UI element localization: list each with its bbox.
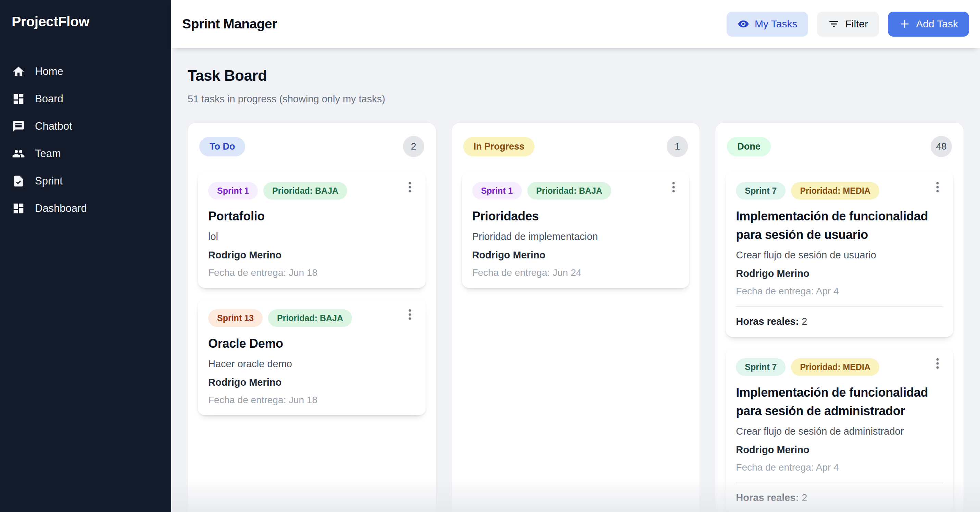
card-assignee: Rodrigo Merino: [736, 444, 943, 455]
task-card[interactable]: Sprint 7 Prioridad: MEDIA Implementación…: [725, 172, 953, 337]
card-badges: Sprint 7 Prioridad: MEDIA: [736, 182, 943, 200]
card-assignee: Rodrigo Merino: [472, 249, 679, 261]
page-title: Sprint Manager: [182, 16, 277, 32]
task-card[interactable]: Sprint 13 Prioridad: BAJA Oracle Demo Ha…: [198, 300, 426, 415]
column-todo: To Do 2 Sprint 1 Prioridad: BAJA: [188, 123, 436, 512]
card-hours: Horas reales: 2: [736, 316, 943, 327]
sidebar-item-label: Dashboard: [35, 202, 87, 215]
sidebar-item-chatbot[interactable]: Chatbot: [12, 113, 159, 140]
add-task-label: Add Task: [916, 18, 958, 30]
card-title: Implementación de funcionalidad para ses…: [736, 383, 943, 420]
board-subtitle: 51 tasks in progress (showing only my ta…: [188, 94, 964, 105]
column-header: In Progress 1: [462, 133, 690, 157]
kebab-icon: [931, 357, 944, 370]
my-tasks-label: My Tasks: [755, 18, 797, 30]
sprint-badge: Sprint 7: [736, 182, 786, 200]
content-area: Sprint Manager My Tasks Filter: [171, 0, 980, 512]
sidebar-item-home[interactable]: Home: [12, 58, 159, 85]
card-assignee: Rodrigo Merino: [736, 268, 943, 279]
add-task-button[interactable]: Add Task: [888, 12, 969, 36]
task-card[interactable]: Sprint 1 Prioridad: BAJA Prioridades Pri…: [462, 172, 690, 288]
sidebar-item-label: Home: [35, 65, 64, 78]
sprint-badge: Sprint 1: [208, 182, 258, 200]
priority-badge: Prioridad: MEDIA: [791, 358, 879, 376]
kebab-icon: [403, 308, 417, 321]
filter-icon: [828, 18, 840, 30]
task-board: Task Board 51 tasks in progress (showing…: [171, 48, 980, 512]
card-badges: Sprint 13 Prioridad: BAJA: [208, 309, 415, 327]
column-status-pill: To Do: [199, 137, 245, 156]
card-description: Crear flujo de sesión de usuario: [736, 249, 943, 261]
eye-icon: [738, 18, 749, 30]
card-menu-button[interactable]: [402, 308, 418, 327]
sidebar-item-team[interactable]: Team: [12, 140, 159, 167]
card-divider: [736, 483, 943, 483]
priority-badge: Prioridad: MEDIA: [791, 182, 879, 200]
card-description: Hacer oracle demo: [208, 358, 415, 369]
column-status-pill: In Progress: [463, 137, 535, 156]
column-count-badge: 1: [667, 136, 688, 157]
card-list: Sprint 1 Prioridad: BAJA Portafolio lol: [198, 172, 426, 415]
task-card[interactable]: Sprint 7 Prioridad: MEDIA Implementación…: [725, 349, 953, 512]
card-menu-button[interactable]: [665, 181, 682, 200]
sprint-badge: Sprint 1: [472, 182, 522, 200]
card-due-date: Fecha de entrega: Jun 24: [472, 267, 679, 278]
card-due-date: Fecha de entrega: Apr 4: [736, 462, 943, 473]
chat-icon: [12, 119, 25, 133]
card-list: Sprint 7 Prioridad: MEDIA Implementación…: [725, 172, 953, 512]
card-title: Portafolio: [208, 207, 415, 225]
board-title: Task Board: [188, 67, 964, 84]
filter-label: Filter: [845, 18, 868, 30]
card-due-date: Fecha de entrega: Jun 18: [208, 395, 415, 406]
card-badges: Sprint 1 Prioridad: BAJA: [472, 182, 679, 200]
card-badges: Sprint 1 Prioridad: BAJA: [208, 182, 415, 200]
app-root: ProjectFlow Home Board Chatbot: [0, 0, 980, 512]
column-in-progress: In Progress 1 Sprint 1 Prioridad: BAJA: [452, 123, 700, 512]
column-done: Done 48 Sprint 7 Prioridad: MEDIA: [715, 123, 964, 512]
sidebar-item-label: Chatbot: [35, 120, 72, 132]
team-icon: [12, 147, 25, 160]
card-divider: [736, 306, 943, 307]
sidebar-item-sprint[interactable]: Sprint: [12, 167, 159, 195]
sidebar-item-label: Team: [35, 147, 61, 160]
kebab-icon: [931, 181, 944, 194]
dashboard-icon: [12, 201, 25, 215]
sidebar-item-label: Board: [35, 93, 64, 105]
home-icon: [12, 65, 25, 78]
card-menu-button[interactable]: [402, 181, 418, 200]
app-logo: ProjectFlow: [12, 14, 159, 30]
priority-badge: Prioridad: BAJA: [527, 182, 611, 200]
column-count-badge: 48: [931, 136, 952, 157]
card-title: Prioridades: [472, 207, 679, 225]
kebab-icon: [667, 181, 680, 194]
card-description: Prioridad de implementacion: [472, 231, 679, 242]
board-icon: [12, 92, 25, 106]
card-due-date: Fecha de entrega: Apr 4: [736, 286, 943, 297]
sprint-icon: [12, 174, 25, 188]
my-tasks-button[interactable]: My Tasks: [727, 12, 808, 36]
sprint-badge: Sprint 7: [736, 358, 786, 376]
card-title: Implementación de funcionalidad para ses…: [736, 207, 943, 244]
sidebar-item-label: Sprint: [35, 175, 63, 187]
card-list: Sprint 1 Prioridad: BAJA Prioridades Pri…: [462, 172, 690, 288]
card-menu-button[interactable]: [929, 181, 946, 200]
column-header: To Do 2: [198, 133, 426, 157]
card-due-date: Fecha de entrega: Jun 18: [208, 267, 415, 278]
priority-badge: Prioridad: BAJA: [268, 309, 352, 327]
hours-label: Horas reales:: [736, 316, 799, 327]
header-actions: My Tasks Filter Add Task: [727, 12, 969, 36]
filter-button[interactable]: Filter: [817, 12, 879, 36]
card-badges: Sprint 7 Prioridad: MEDIA: [736, 358, 943, 376]
sidebar-nav: Home Board Chatbot Team: [12, 58, 159, 222]
priority-badge: Prioridad: BAJA: [263, 182, 347, 200]
column-count-badge: 2: [403, 136, 424, 157]
card-description: Crear flujo de sesión de administrador: [736, 426, 943, 437]
task-card[interactable]: Sprint 1 Prioridad: BAJA Portafolio lol: [198, 172, 426, 288]
sprint-badge: Sprint 13: [208, 309, 262, 327]
card-assignee: Rodrigo Merino: [208, 249, 415, 261]
sidebar-item-dashboard[interactable]: Dashboard: [12, 195, 159, 222]
column-status-pill: Done: [727, 137, 771, 156]
card-menu-button[interactable]: [929, 357, 946, 376]
sidebar: ProjectFlow Home Board Chatbot: [0, 0, 171, 512]
sidebar-item-board[interactable]: Board: [12, 85, 159, 113]
